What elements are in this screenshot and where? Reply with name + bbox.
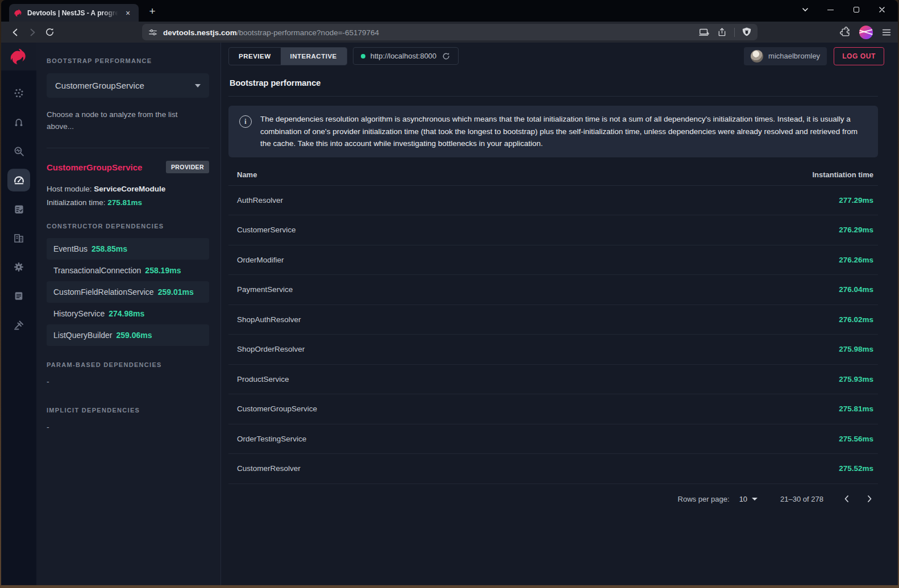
- dependency-item[interactable]: EventBus258.85ms: [47, 238, 209, 260]
- mode-toggle: PREVIEW INTERACTIVE: [228, 47, 347, 65]
- bootstrap-panel: BOOTSTRAP PERFORMANCE CustomerGroupServi…: [36, 43, 221, 585]
- implicit-deps-empty: -: [47, 423, 209, 432]
- host-module-value: ServiceCoreModule: [94, 185, 165, 193]
- table-row: CustomerResolver275.52ms: [228, 454, 878, 484]
- icon-rail: [1, 43, 36, 585]
- refresh-icon[interactable]: [442, 52, 451, 61]
- info-text: The dependencies resolution algorithm is…: [260, 113, 867, 150]
- host-module-line: Host module: ServiceCoreModule: [47, 185, 209, 193]
- implicit-deps-heading: IMPLICIT DEPENDENCIES: [47, 407, 209, 414]
- page-range: 21–30 of 278: [780, 495, 823, 503]
- dependency-item[interactable]: CustomFieldRelationService259.01ms: [47, 281, 209, 303]
- browser-toolbar: devtools.nestjs.com/bootstrap-performanc…: [1, 22, 898, 43]
- column-name: Name: [237, 170, 257, 179]
- preview-tab[interactable]: PREVIEW: [229, 48, 281, 65]
- extensions-icon[interactable]: [840, 27, 851, 38]
- param-deps-empty: -: [47, 377, 209, 386]
- init-time-value: 275.81ms: [107, 198, 142, 207]
- table-row: OrderModifier276.26ms: [228, 245, 878, 276]
- divider: [47, 148, 209, 148]
- send-to-device-icon[interactable]: [698, 27, 710, 38]
- interactive-tab[interactable]: INTERACTIVE: [281, 48, 347, 65]
- table-row: CustomerGroupService275.81ms: [228, 394, 878, 424]
- rows-per-page-select[interactable]: 10: [739, 495, 758, 503]
- table-header: Name Instantiation time: [228, 164, 878, 186]
- panel-heading: BOOTSTRAP PERFORMANCE: [47, 57, 209, 64]
- nestjs-favicon-icon: [14, 9, 23, 18]
- dependency-item[interactable]: HistoryService274.98ms: [47, 303, 209, 324]
- table-row: CustomerService276.29ms: [228, 215, 878, 245]
- share-icon[interactable]: [717, 27, 727, 37]
- username: michaelbromley: [768, 52, 820, 60]
- table-row: PaymentService276.04ms: [228, 275, 878, 305]
- tab-strip: Devtools | NestJS - A progressive × +: [1, 0, 898, 22]
- forward-button: [24, 24, 41, 41]
- url-host: devtools.nestjs.com: [163, 28, 237, 37]
- tab-title: Devtools | NestJS - A progressive: [27, 9, 118, 17]
- node-select[interactable]: CustomerGroupService: [47, 73, 209, 98]
- target-url-box: http://localhost:8000: [353, 47, 459, 65]
- close-window-button[interactable]: [869, 2, 894, 17]
- menu-icon[interactable]: [881, 27, 892, 38]
- back-button[interactable]: [7, 24, 24, 41]
- previous-page-button[interactable]: [838, 490, 855, 507]
- nav-inspector-icon[interactable]: [7, 140, 30, 162]
- tab-search-icon[interactable]: [792, 2, 818, 17]
- dependency-item[interactable]: ListQueryBuilder259.06ms: [47, 324, 209, 346]
- app-header: PREVIEW INTERACTIVE http://localhost:800…: [221, 43, 898, 69]
- nav-bootstrap-performance-icon[interactable]: [7, 169, 30, 191]
- nav-audit-icon[interactable]: [7, 198, 30, 220]
- param-deps-heading: PARAM-BASED DEPENDENCIES: [47, 361, 209, 368]
- url-path: /bootstrap-performance?node=-65179764: [237, 28, 379, 37]
- browser-tab[interactable]: Devtools | NestJS - A progressive ×: [9, 4, 139, 22]
- browser-profile-avatar[interactable]: [859, 26, 873, 39]
- status-dot: [361, 54, 365, 59]
- info-callout: i The dependencies resolution algorithm …: [228, 106, 878, 157]
- constructor-deps-heading: CONSTRUCTOR DEPENDENCIES: [47, 223, 209, 230]
- rows-per-page-label: Rows per page:: [678, 495, 730, 503]
- chevron-down-icon: [752, 498, 758, 501]
- page-title: Bootstrap performance: [228, 74, 878, 97]
- browser-window: Devtools | NestJS - A progressive × +: [1, 0, 898, 585]
- provider-badge: PROVIDER: [166, 161, 209, 173]
- nav-modules-icon[interactable]: [7, 227, 30, 249]
- user-chip[interactable]: michaelbromley: [744, 47, 827, 65]
- logout-button[interactable]: LOG OUT: [834, 47, 884, 65]
- tab-close-icon[interactable]: ×: [123, 8, 133, 18]
- table-row: ProductService275.93ms: [228, 365, 878, 395]
- init-time-line: Initialization time: 275.81ms: [47, 198, 209, 207]
- nav-docs-icon[interactable]: [7, 285, 30, 307]
- info-icon: i: [239, 115, 252, 128]
- chevron-down-icon: [195, 84, 201, 87]
- selected-node-name: CustomerGroupService: [47, 162, 142, 172]
- brave-shield-icon[interactable]: [742, 27, 752, 38]
- new-tab-button[interactable]: +: [144, 4, 160, 20]
- url-bar[interactable]: devtools.nestjs.com/bootstrap-performanc…: [142, 24, 758, 40]
- minimize-button[interactable]: [818, 2, 843, 17]
- table-row: ShopOrderResolver275.98ms: [228, 335, 878, 365]
- pagination: Rows per page: 10 21–30 of 278: [228, 484, 878, 514]
- nav-sandbox-gavel-icon[interactable]: [7, 314, 30, 336]
- table-row: ShopAuthResolver276.02ms: [228, 305, 878, 335]
- reload-button[interactable]: [41, 24, 58, 41]
- table-row: AuthResolver277.29ms: [228, 186, 878, 216]
- nav-routes-icon[interactable]: [7, 111, 30, 134]
- site-settings-icon[interactable]: [148, 27, 158, 37]
- avatar: [751, 50, 763, 62]
- nestjs-logo[interactable]: [1, 43, 36, 70]
- nav-graph-icon[interactable]: [7, 82, 30, 105]
- nav-settings-gear-icon[interactable]: [7, 256, 30, 278]
- table-row: OrderTestingService275.56ms: [228, 424, 878, 454]
- dependency-item[interactable]: TransactionalConnection258.19ms: [47, 260, 209, 281]
- target-url: http://localhost:8000: [371, 52, 436, 60]
- maximize-button[interactable]: [843, 2, 869, 17]
- node-hint: Choose a node to analyze from the list a…: [47, 109, 189, 132]
- column-instantiation-time: Instantiation time: [812, 170, 873, 179]
- next-page-button[interactable]: [861, 490, 878, 507]
- node-select-value: CustomerGroupService: [55, 81, 144, 90]
